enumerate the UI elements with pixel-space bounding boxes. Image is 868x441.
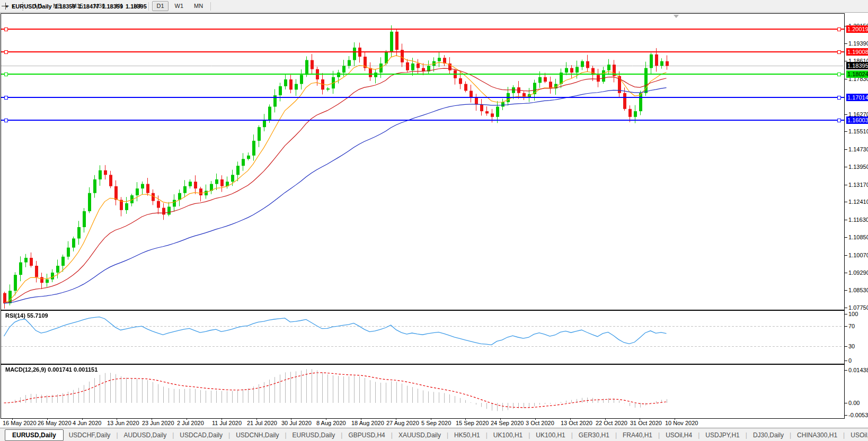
date-label: 24 Sep 2020 — [491, 420, 524, 426]
chart-tab-usdcad-daily[interactable]: USDCAD,Daily — [174, 430, 228, 440]
chart-tab-eurusd-daily[interactable]: EURUSD,Daily — [5, 429, 64, 441]
chart-shift-marker-icon[interactable] — [674, 15, 679, 18]
horizontal-level-line[interactable] — [1, 51, 844, 52]
axis-tick-mark — [845, 43, 847, 44]
chart-tab-fra40-h1[interactable]: FRA40,H1 — [617, 430, 658, 440]
ohlc-low: 1.18359 — [102, 3, 123, 10]
date-label: 22 Oct 2020 — [596, 420, 627, 426]
axis-tick-mark — [845, 326, 847, 327]
chart-tab-usdchf-daily[interactable]: USDCHF,Daily — [64, 430, 116, 440]
line-drag-handle[interactable] — [837, 73, 841, 76]
date-label: 13 Jun 2020 — [107, 420, 139, 426]
symbol-period-label: EURUSD,Daily — [12, 3, 52, 10]
horizontal-level-line[interactable] — [1, 29, 844, 30]
line-drag-handle[interactable] — [837, 96, 841, 100]
chart-tab-audusd-daily[interactable]: AUDUSD,Daily — [119, 430, 172, 440]
date-label: 16 May 2020 — [3, 420, 37, 426]
line-drag-handle[interactable] — [837, 28, 841, 31]
date-label: 3 Oct 2020 — [526, 420, 554, 426]
axis-tick-mark — [845, 79, 847, 79]
rsi-tick-label: 0 — [848, 357, 852, 364]
macd-indicator-pane: MACD(12,26,9) 0.001741 0.001151 — [1, 364, 845, 419]
line-drag-handle[interactable] — [4, 50, 8, 54]
price-tick-label: 1.11630 — [848, 217, 868, 223]
chart-tab-dj30-daily[interactable]: DJ30,Daily — [748, 430, 789, 440]
axis-tick-mark — [845, 61, 847, 61]
chart-tab-uk100-h1[interactable]: UK100,H1 — [488, 430, 528, 440]
axis-tick-mark — [845, 290, 847, 291]
price-tick-label: 1.13950 — [848, 164, 868, 170]
chart-tab-gbpusd-h4[interactable]: GBPUSD,H4 — [343, 430, 390, 440]
hline-price-label: 1.16003 — [846, 116, 868, 124]
toolbar-separator — [210, 2, 211, 11]
price-tick-label: 1.15510 — [848, 128, 868, 134]
chart-tab-xauusd-daily[interactable]: XAUUSD,Daily — [393, 430, 446, 440]
chart-tab-usoil-h4[interactable]: USOil,H4 — [660, 430, 697, 440]
horizontal-level-line[interactable] — [1, 120, 844, 121]
line-drag-handle[interactable] — [4, 28, 8, 31]
axis-tick-mark — [845, 314, 847, 314]
ohlc-high: 1.18477 — [78, 3, 99, 10]
axis-tick-mark — [845, 185, 847, 185]
hline-price-label: 1.20019 — [846, 25, 868, 33]
line-drag-handle[interactable] — [837, 50, 841, 54]
timeframe-button-mn[interactable]: MN — [190, 1, 207, 11]
candlestick-plot[interactable] — [1, 14, 843, 309]
chart-tab-uk100-h1[interactable]: UK100,H1 — [530, 430, 570, 440]
horizontal-level-line[interactable] — [1, 74, 844, 75]
axis-tick-mark — [845, 114, 847, 115]
date-label: 4 Jun 2020 — [73, 420, 101, 426]
line-drag-handle[interactable] — [837, 119, 841, 122]
rsi-tick-label: 30 — [848, 343, 855, 349]
timeframe-button-w1[interactable]: W1 — [171, 1, 188, 11]
macd-tick-label: -0.005396 — [848, 412, 868, 418]
hline-price-label: 1.19008 — [846, 48, 868, 56]
date-label: 18 Aug 2020 — [351, 420, 384, 426]
axis-tick-mark — [845, 220, 847, 220]
hline-price-label: 1.18024 — [846, 70, 868, 78]
price-chart-pane — [1, 13, 845, 310]
horizontal-level-line[interactable] — [1, 97, 844, 98]
chart-tab-eurusd-daily[interactable]: EURUSD,Daily — [287, 430, 341, 440]
time-axis[interactable]: 16 May 202026 May 20204 Jun 202013 Jun 2… — [1, 419, 845, 428]
date-label: 2 Jul 2020 — [177, 420, 204, 426]
date-label: 8 Aug 2020 — [316, 420, 346, 426]
chart-tab-usdjpy-h1[interactable]: USDJPY,H1 — [700, 430, 745, 440]
chart-tab-ger30-h1[interactable]: GER30,H1 — [573, 430, 615, 440]
price-tick-label: 1.12410 — [848, 199, 868, 205]
axis-tick-mark — [845, 361, 847, 361]
chart-tab-usdcnh-daily[interactable]: USDCNH,Daily — [231, 430, 284, 440]
current-price-label: 1.18395 — [846, 62, 868, 69]
line-drag-handle[interactable] — [4, 73, 8, 76]
ohlc-open: 1.18359 — [55, 3, 76, 10]
axis-tick-mark — [845, 255, 847, 256]
chart-tab-hk50-h1[interactable]: HK50,H1 — [449, 430, 485, 440]
date-label: 23 Jun 2020 — [142, 420, 174, 426]
price-tick-label: 1.07750 — [848, 304, 868, 311]
line-drag-handle[interactable] — [4, 119, 8, 122]
rsi-label: RSI(14) 55.7109 — [5, 312, 48, 319]
macd-label: MACD(12,26,9) 0.001741 0.001151 — [5, 366, 98, 373]
rsi-plot[interactable] — [1, 311, 843, 363]
price-tick-label: 1.19390 — [848, 40, 868, 47]
axis-tick-mark — [845, 237, 847, 238]
chart-tab-china300-h1[interactable]: CHINA300,H1 — [792, 430, 843, 440]
chart-tab-usoil-h1[interactable]: USOil,H1 — [845, 430, 868, 440]
axis-tick-mark — [845, 149, 847, 150]
macd-tick-label: 0.014384 — [848, 367, 868, 373]
line-drag-handle[interactable] — [4, 96, 8, 100]
price-tick-label: 1.10070 — [848, 252, 868, 258]
price-tick-label: 1.09290 — [848, 269, 868, 276]
price-tick-label: 1.13170 — [848, 182, 868, 188]
chart-title: ▼ EURUSD,Daily 1.18359 1.18477 1.18359 1… — [5, 3, 147, 10]
collapse-chart-icon[interactable]: ▼ — [5, 4, 9, 9]
ohlc-close: 1.18395 — [126, 3, 147, 10]
toolbar-separator — [148, 2, 149, 11]
timeframe-button-d1[interactable]: D1 — [152, 1, 168, 11]
date-label: 27 Aug 2020 — [386, 420, 419, 426]
macd-plot[interactable] — [1, 365, 843, 417]
axis-tick-mark — [845, 370, 847, 371]
price-axis[interactable]: 1.201501.193901.186101.178301.162701.155… — [845, 0, 868, 441]
chart-tab-bar: EURUSD,DailyUSDCHF,Daily|AUDUSD,Daily|US… — [0, 428, 868, 441]
axis-tick-mark — [845, 308, 847, 308]
